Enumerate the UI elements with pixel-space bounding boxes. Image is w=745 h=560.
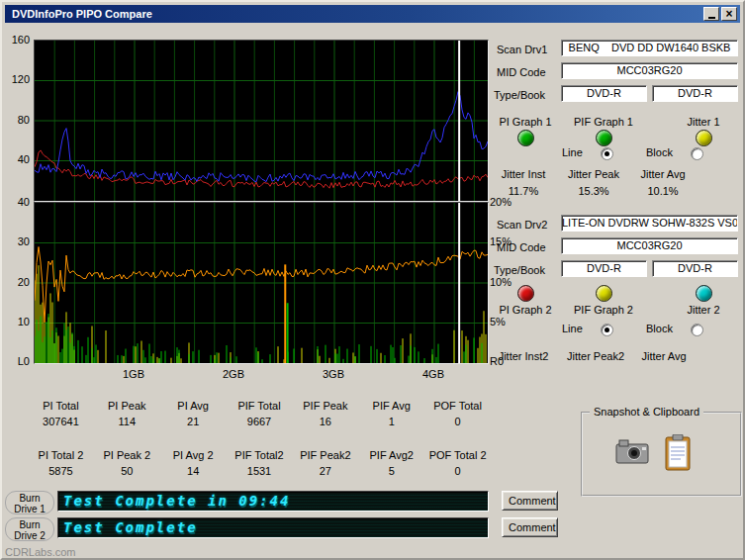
- comment1-button[interactable]: Comment: [502, 491, 558, 511]
- copy-to-clipboard-button[interactable]: [665, 434, 691, 475]
- pif-graph1-led-icon[interactable]: [596, 130, 612, 146]
- stat-label: PI Total 2: [28, 449, 94, 461]
- pi-graph2-toggle[interactable]: PI Graph 2: [494, 285, 557, 316]
- stats-row-2: PI Total 25875 PI Peak 250 PI Avg 214 PI…: [28, 449, 491, 477]
- burn1-line2: Drive 1: [6, 504, 53, 514]
- g1-ylabel: 160: [2, 34, 30, 46]
- pif-graph2-toggle[interactable]: PIF Graph 2: [570, 285, 637, 316]
- window-title: DVDInfoPro PIPO Compare: [8, 8, 701, 20]
- mid-code2-field[interactable]: MCC03RG20: [561, 237, 738, 254]
- stat-label: PIF Avg2: [358, 449, 424, 461]
- g2-ylabel-left: 40: [2, 196, 30, 208]
- led-text-2: Test Complete: [58, 518, 488, 537]
- snapshot-button[interactable]: [615, 438, 649, 468]
- jitter-avg1-label: Jitter Avg: [633, 168, 693, 180]
- stat-value: 14: [160, 465, 227, 477]
- jitter-inst1: Jitter Inst 11.7%: [493, 168, 554, 197]
- scan-drv2-field[interactable]: LITE-ON DVDRW SOHW-832S VS0: [561, 215, 738, 232]
- stat-pof-total-2: POF Total 20: [424, 449, 491, 477]
- x-axis-label: 1GB: [114, 368, 153, 380]
- jitter-avg1-value: 10.1%: [633, 185, 693, 197]
- burn-drive2-label: Burn Drive 2: [5, 517, 54, 541]
- jitter1-led-icon[interactable]: [696, 130, 712, 146]
- burn2-line2: Drive 2: [6, 530, 53, 541]
- stat-label: POF Total 2: [424, 449, 491, 461]
- snapshot-group-label: Snapshot & Clipboard: [590, 406, 703, 418]
- jitter-peak2-label: Jitter Peak2: [562, 350, 629, 362]
- jitter1-toggle[interactable]: Jitter 1: [675, 116, 732, 146]
- app-window: DVDInfoPro PIPO Compare × 160 120 80 40 …: [0, 0, 745, 560]
- x-axis-label: 4GB: [414, 368, 453, 380]
- close-button[interactable]: ×: [721, 7, 737, 21]
- jitter-avg2-label: Jitter Avg: [635, 350, 693, 362]
- stat-value: 307641: [28, 416, 94, 427]
- title-bar[interactable]: DVDInfoPro PIPO Compare ×: [5, 5, 740, 23]
- jitter2-toggle[interactable]: Jitter 2: [675, 285, 732, 316]
- jitter1-label: Jitter 1: [687, 116, 719, 128]
- pi-graph1-toggle[interactable]: PI Graph 1: [494, 116, 557, 146]
- book2-field[interactable]: DVD-R: [652, 260, 738, 277]
- jitter-inst1-value: 11.7%: [493, 185, 554, 197]
- pi-graph2-led-icon[interactable]: [517, 285, 534, 302]
- close-icon: ×: [725, 9, 732, 19]
- stat-label: PI Total: [28, 400, 94, 412]
- jitter-peak1: Jitter Peak 15.3%: [562, 168, 625, 197]
- g1-ylabel: 80: [2, 114, 30, 126]
- stat-value: 5: [358, 465, 424, 477]
- stat-pi-peak: PI Peak114: [94, 400, 160, 427]
- stat-label: PI Peak 2: [94, 449, 160, 461]
- jitter2-led-icon[interactable]: [696, 285, 712, 302]
- jitter-peak2: Jitter Peak2: [562, 350, 629, 379]
- stat-label: PIF Total: [227, 400, 293, 412]
- pi-graph1-led-icon[interactable]: [517, 130, 534, 146]
- scan-drv1-field[interactable]: BENQ DVD DD DW1640 BSKB: [561, 40, 738, 56]
- jitter-avg2: Jitter Avg: [635, 350, 693, 379]
- jitter-inst2-label: Jitter Inst2: [491, 350, 556, 362]
- mid-code1-field[interactable]: MCC03RG20: [561, 62, 738, 79]
- burn2-line1: Burn: [6, 519, 53, 530]
- g2-ylabel-left: 20: [2, 276, 30, 288]
- stat-label: PIF Total2: [227, 449, 293, 461]
- stat-label: PI Avg: [160, 400, 227, 412]
- pif-graph2-label: PIF Graph 2: [574, 304, 633, 316]
- pi-graph2-label: PI Graph 2: [499, 304, 551, 316]
- minimize-button[interactable]: [703, 7, 719, 21]
- jitter-inst1-label: Jitter Inst: [493, 168, 554, 180]
- line2-radio[interactable]: [601, 324, 613, 336]
- jitter-peak2-value: [562, 367, 629, 379]
- stat-pi-peak-2: PI Peak 250: [94, 449, 160, 477]
- block2-radio[interactable]: [691, 324, 703, 336]
- stat-value: 0: [424, 465, 491, 477]
- type-book1-label: Type/Book: [494, 89, 545, 101]
- watermark: CDRLabs.com: [5, 546, 76, 558]
- stat-pif-peak: PIF Peak16: [292, 400, 358, 427]
- stat-pi-total-2: PI Total 25875: [28, 449, 94, 477]
- stat-label: PI Avg 2: [160, 449, 227, 461]
- stat-value: 9667: [227, 416, 293, 427]
- stat-value: 5875: [28, 465, 94, 477]
- jitter-avg2-value: [635, 367, 693, 379]
- g1-ylabel: 40: [2, 153, 30, 165]
- book1-field[interactable]: DVD-R: [652, 85, 738, 102]
- jitter-peak1-value: 15.3%: [562, 185, 625, 197]
- mid-code1-label: MID Code: [497, 66, 546, 78]
- x-axis-label: 3GB: [314, 368, 353, 380]
- pi-compare-graph[interactable]: [34, 40, 489, 202]
- stat-value: 21: [160, 416, 227, 427]
- type2-field[interactable]: DVD-R: [561, 260, 647, 277]
- pif-graph1-toggle[interactable]: PIF Graph 1: [570, 116, 637, 146]
- pif-jitter-graph[interactable]: [34, 202, 489, 364]
- stat-label: PIF Peak2: [292, 449, 358, 461]
- pif-graph2-led-icon[interactable]: [596, 285, 612, 302]
- g2-ylabel-left: 10: [2, 316, 30, 327]
- mid-code2-label: MID Code: [497, 241, 546, 253]
- comment2-button[interactable]: Comment: [502, 517, 558, 537]
- type1-field[interactable]: DVD-R: [561, 85, 647, 102]
- line1-radio[interactable]: [601, 147, 613, 160]
- jitter-avg1: Jitter Avg 10.1%: [633, 168, 693, 197]
- stat-value: 114: [94, 416, 160, 427]
- block1-label: Block: [646, 146, 673, 158]
- stat-pi-avg-2: PI Avg 214: [160, 449, 227, 477]
- snapshot-groupbox: [581, 412, 742, 497]
- block1-radio[interactable]: [691, 147, 703, 160]
